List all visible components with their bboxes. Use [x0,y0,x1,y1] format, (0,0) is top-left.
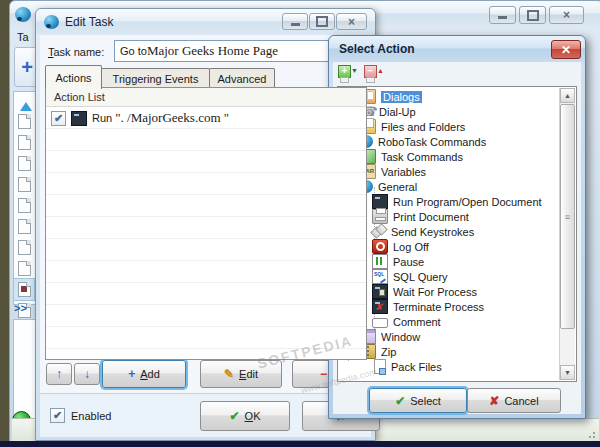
check-icon: ✔ [230,410,240,422]
enabled-checkbox-checked[interactable]: ✔ [50,408,65,423]
tree-label: Dialogs [381,91,422,103]
action-checkbox-checked[interactable]: ✔ [51,111,66,126]
tree-item-wait-for-process[interactable]: Wait For Process [338,284,576,299]
tree-item-terminate-process[interactable]: Terminate Process [338,299,576,314]
task-item[interactable] [14,111,34,132]
tree-label: Run Program/Open Document [393,196,542,208]
ok-label: OK [245,410,261,422]
main-menu-task[interactable]: Ta [17,31,29,43]
move-down-button[interactable]: ↓ [74,363,100,385]
tree-item-send-keystrokes[interactable]: Send Keystrokes [338,224,576,239]
edit-close-button[interactable]: × [336,13,367,30]
edit-button[interactable]: ✎ Edit [200,360,282,388]
action-run-label: Run ". /MajorGeeks.com " [92,110,229,126]
page-icon [18,135,31,150]
tree-item-dial-up[interactable]: +☎Dial-Up [338,104,576,119]
tab-advanced[interactable]: Advanced [209,68,275,89]
task-item[interactable] [14,153,34,174]
tree-item-variables[interactable]: +Variables [338,164,576,179]
desktop-bottom-strip [0,441,600,447]
task-item[interactable] [14,258,34,279]
edit-maximize-button[interactable] [309,13,335,30]
tree-item-pack-files[interactable]: Pack Files [338,359,576,374]
maximize-icon [527,10,539,21]
page-icon [18,198,31,213]
tree-label: SQL Query [393,271,448,283]
tree-item-dialogs[interactable]: +Dialogs [338,89,576,104]
scroll-down-button[interactable]: ▼ [560,365,575,380]
tree-label: Zip [381,346,396,358]
main-maximize-button[interactable] [519,6,546,24]
select-action-close-button[interactable]: ✕ [551,40,581,59]
action-tree: +Dialogs +☎Dial-Up +Files and Folders +R… [337,86,577,382]
chevron-down-icon: ▼ [351,67,358,74]
tab-triggering-events-label: Triggering Events [113,73,199,85]
edit-label: Edit [239,368,258,380]
tree-item-comment[interactable]: Comment [338,314,576,329]
console-icon [71,111,87,126]
tree-item-task-commands[interactable]: +Task Commands [338,149,576,164]
enabled-checkbox-row[interactable]: ✔ Enabled [50,408,111,423]
collapse-all-button[interactable]: − ▲ [364,65,384,83]
tree-item-print-document[interactable]: Print Document [338,209,576,224]
tree-label: Pause [393,256,424,268]
tree-item-robotask-commands[interactable]: +RoboTask Commands [338,134,576,149]
task-item[interactable] [14,195,34,216]
close-icon: × [348,16,355,28]
tree-label: General [378,181,417,193]
page-icon [18,219,31,234]
scroll-thumb[interactable]: ≡ [560,104,575,329]
select-button[interactable]: ✔ Select [369,388,467,413]
minimize-icon [291,23,300,26]
tree-item-zip[interactable]: -Zip [338,344,576,359]
tab-actions-label: Actions [55,72,91,84]
select-cancel-button[interactable]: ✘ Cancel [467,388,561,413]
wait-process-icon [372,284,388,299]
move-up-button[interactable]: ↑ [46,363,72,385]
tree-label: Print Document [393,211,469,223]
actions-tab-panel: Action List ✔ Run ". /MajorGeeks.com " [45,87,367,360]
resize-grip-icon[interactable] [586,429,595,438]
close-icon: × [563,9,570,21]
main-close-button[interactable]: × [549,6,584,24]
tree-label: Log Off [393,241,429,253]
tree-item-files-and-folders[interactable]: +Files and Folders [338,119,576,134]
scroll-up-button[interactable]: ▲ [560,88,575,103]
minimize-icon [498,16,507,19]
robotask-logo-icon [15,7,31,22]
task-item-selected[interactable] [14,279,34,300]
page-icon [18,282,31,297]
edit-minimize-button[interactable] [282,13,308,30]
task-item[interactable] [14,216,34,237]
tab-actions[interactable]: Actions [45,65,102,89]
plus-icon: + [21,56,33,79]
main-minimize-button[interactable] [489,6,516,24]
tree-item-general[interactable]: -General [338,179,576,194]
page-icon [18,177,31,192]
add-button[interactable]: + Add [102,360,186,388]
edit-task-content: Task name: Go to Major Geeks Home Page A… [40,35,371,436]
task-item[interactable] [14,132,34,153]
up-arrow-icon: ↑ [56,368,62,380]
tree-item-sql-query[interactable]: SQL Query [338,269,576,284]
task-name-value-prefix: Go to [120,45,147,57]
page-icon [18,240,31,255]
task-name-label: Task name: [48,46,104,58]
tree-label: Window [381,331,420,343]
select-action-titlebar[interactable]: Select Action [329,36,585,62]
action-list-row[interactable]: ✔ Run ". /MajorGeeks.com " [46,107,366,129]
tab-triggering-events[interactable]: Triggering Events [101,68,210,89]
sidebar-expand-chevrons[interactable]: >> [14,302,27,314]
tree-item-run-program[interactable]: Run Program/Open Document [338,194,576,209]
x-icon: ✘ [489,395,499,407]
tree-scrollbar[interactable]: ▲ ≡ ▼ [559,88,575,380]
task-item[interactable] [14,174,34,195]
tree-item-log-off[interactable]: Log Off [338,239,576,254]
ok-button[interactable]: ✔ OK [200,401,290,431]
expand-all-button[interactable]: + ▼ [338,65,358,83]
task-item[interactable] [14,237,34,258]
tree-item-window[interactable]: +Window [338,329,576,344]
up-arrow-icon[interactable] [20,96,32,111]
node-grid-icon [366,77,375,83]
tree-item-pause[interactable]: Pause [338,254,576,269]
